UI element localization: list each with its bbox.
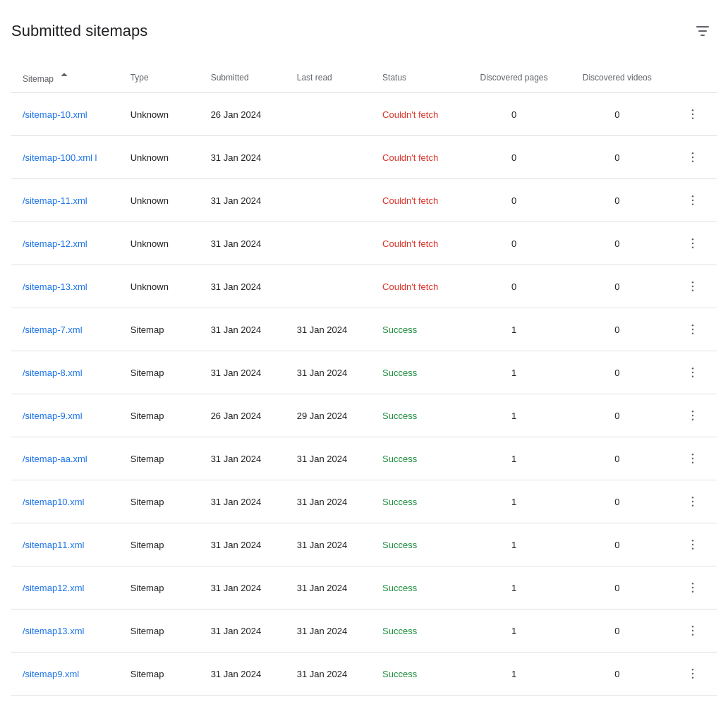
cell-actions [669,609,717,653]
cell-type: Sitemap [119,653,200,696]
svg-point-20 [692,376,694,378]
more-options-button[interactable] [680,535,705,554]
cell-discovered-videos: 0 [566,609,669,653]
col-header-sitemap[interactable]: Sitemap [11,62,119,93]
svg-point-11 [692,247,694,249]
more-options-button[interactable] [680,277,705,296]
cell-sitemap: /sitemap12.xml [11,566,119,609]
table-row: /sitemap-13.xml Unknown 31 Jan 2024 Coul… [11,265,717,308]
col-header-status: Status [371,62,462,93]
cell-actions [669,179,717,222]
cell-sitemap: /sitemap-12.xml [11,222,119,265]
cell-status: Success [371,394,462,437]
cell-submitted: 31 Jan 2024 [200,351,286,394]
cell-submitted: 26 Jan 2024 [200,394,286,437]
cell-sitemap: /sitemap-8.xml [11,351,119,394]
sort-icon [59,71,70,82]
more-options-button[interactable] [680,233,705,253]
cell-discovered-pages: 1 [463,308,566,351]
cell-sitemap: /sitemap-100.xml l [11,136,119,179]
status-badge: Success [382,497,417,507]
more-options-button[interactable] [680,578,705,597]
svg-point-31 [692,544,694,546]
cell-discovered-videos: 0 [566,222,669,265]
more-vert-icon [686,322,700,336]
cell-sitemap: /sitemap-7.xml [11,308,119,351]
cell-actions [669,265,717,308]
cell-discovered-pages: 1 [463,351,566,394]
cell-type: Unknown [119,265,200,308]
cell-last-read [286,179,371,222]
svg-point-22 [692,415,694,417]
cell-discovered-videos: 0 [566,653,669,696]
status-badge: Couldn't fetch [382,152,438,163]
cell-discovered-videos: 0 [566,93,669,136]
svg-point-16 [692,329,694,331]
more-vert-icon [686,538,700,552]
cell-discovered-pages: 1 [463,437,566,480]
svg-point-27 [692,497,694,499]
cell-status: Couldn't fetch [371,222,462,265]
status-badge: Success [382,368,417,378]
more-vert-icon [686,624,700,638]
svg-point-6 [692,195,694,198]
more-vert-icon [686,193,700,207]
cell-status: Success [371,523,462,566]
cell-submitted: 31 Jan 2024 [200,653,286,696]
status-badge: Success [382,583,417,593]
col-header-actions [669,62,717,93]
svg-point-28 [692,501,694,503]
cell-actions [669,566,717,609]
cell-submitted: 31 Jan 2024 [200,523,286,566]
table-row: /sitemap-7.xml Sitemap 31 Jan 2024 31 Ja… [11,308,717,351]
more-options-button[interactable] [680,320,705,339]
status-badge: Couldn't fetch [382,195,438,206]
cell-sitemap: /sitemap9.xml [11,653,119,696]
more-options-button[interactable] [680,492,705,511]
col-header-discovered-videos: Discovered videos [566,62,669,93]
more-options-button[interactable] [680,449,705,468]
col-header-type: Type [119,62,200,93]
cell-sitemap: /sitemap10.xml [11,480,119,523]
filter-button[interactable] [688,17,717,45]
cell-actions [669,523,717,566]
page-title: Submitted sitemaps [11,22,147,40]
svg-point-39 [692,669,694,671]
status-badge: Couldn't fetch [382,281,438,292]
cell-discovered-videos: 0 [566,480,669,523]
more-options-button[interactable] [680,190,705,210]
more-options-button[interactable] [680,406,705,425]
cell-discovered-pages: 0 [463,265,566,308]
table-row: /sitemap-8.xml Sitemap 31 Jan 2024 31 Ja… [11,351,717,394]
more-options-button[interactable] [680,621,705,641]
svg-point-17 [692,333,694,335]
more-vert-icon [686,236,700,250]
more-options-button[interactable] [680,104,705,124]
table-row: /sitemap-10.xml Unknown 26 Jan 2024 Coul… [11,93,717,136]
table-row: /sitemap-12.xml Unknown 31 Jan 2024 Coul… [11,222,717,265]
more-vert-icon [686,279,700,293]
svg-point-37 [692,630,694,632]
more-options-button[interactable] [680,363,705,382]
cell-discovered-pages: 0 [463,93,566,136]
table-row: /sitemap13.xml Sitemap 31 Jan 2024 31 Ja… [11,609,717,653]
cell-actions [669,93,717,136]
cell-submitted: 31 Jan 2024 [200,566,286,609]
svg-point-23 [692,419,694,421]
svg-point-35 [692,591,694,593]
svg-point-14 [692,290,694,292]
svg-point-3 [692,152,694,154]
more-vert-icon [686,408,700,423]
svg-point-34 [692,587,694,589]
svg-point-38 [692,634,694,636]
cell-last-read [286,265,371,308]
svg-point-4 [692,157,694,159]
more-options-button[interactable] [680,664,705,684]
cell-status: Success [371,609,462,653]
cell-status: Couldn't fetch [371,179,462,222]
cell-submitted: 31 Jan 2024 [200,265,286,308]
cell-type: Unknown [119,222,200,265]
more-options-button[interactable] [680,147,705,167]
svg-point-29 [692,505,694,507]
cell-submitted: 26 Jan 2024 [200,93,286,136]
